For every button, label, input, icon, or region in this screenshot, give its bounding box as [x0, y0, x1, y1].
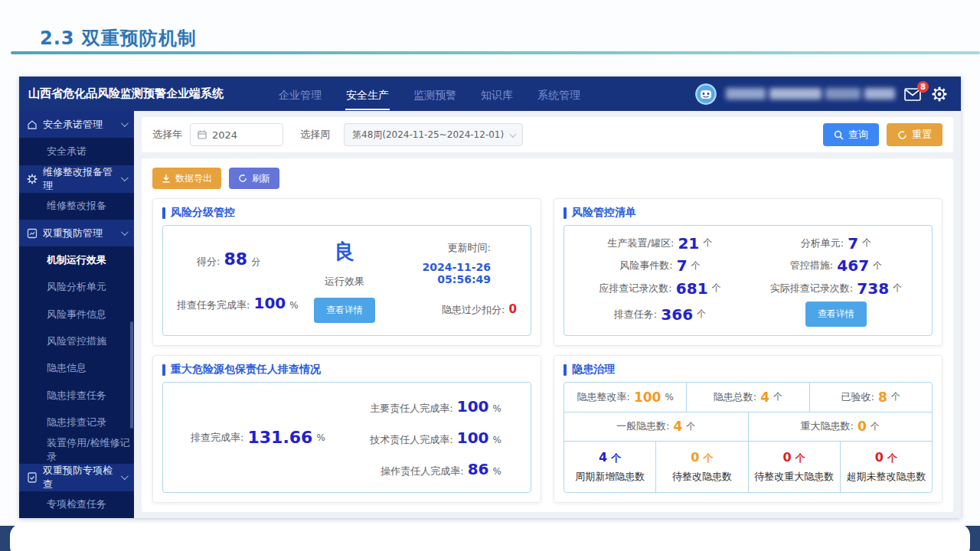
- report-icon: [27, 228, 38, 239]
- year-input[interactable]: 2024: [190, 123, 283, 146]
- sidebar-item-label: 双重预防管理: [43, 227, 103, 240]
- app-title: 山西省危化品风险监测预警企业端系统: [19, 86, 278, 101]
- week-select[interactable]: 第48周(2024-11-25~2024-12-01): [344, 123, 523, 146]
- panel-accent-bar: [564, 364, 567, 376]
- panel-risk-control-list: 风险管控清单 生产装置/罐区: 21 个 分析单元: 7 个: [554, 198, 942, 346]
- hazard-general-count: 一般隐患数: 4 个: [564, 412, 749, 442]
- top-nav: 企业管理 安全生产 监测预警 知识库 系统管理: [278, 77, 581, 110]
- sidebar-item-label: 安全承诺管理: [43, 118, 103, 132]
- update-time-block: 更新时间: 2024-11-26 05:56:49: [390, 241, 517, 285]
- sidebar-item-label: 维修整改报备管理: [43, 165, 116, 193]
- sidebar-item-hazard-info[interactable]: 隐患信息: [19, 355, 134, 382]
- gear-icon: [27, 174, 38, 184]
- refresh-button[interactable]: 刷新: [229, 168, 279, 189]
- panel-title: 风险管控清单: [572, 206, 636, 220]
- calendar-icon: [198, 130, 207, 139]
- mail-icon[interactable]: 8: [904, 86, 923, 103]
- panel-hazard-treatment: 隐患治理 隐患整改率: 100 % 隐患总数: 4 个: [554, 355, 942, 503]
- hazard-major-count: 重大隐患数: 0 个: [749, 412, 933, 442]
- hazard-pending-major-rectify: 0 个 待整改重大隐患数: [749, 442, 841, 492]
- stat-production-units: 生产装置/罐区: 21 个: [572, 234, 748, 253]
- slide-title: 2.3 双重预防机制: [40, 26, 197, 51]
- home-icon: [27, 119, 38, 130]
- stat-inspection-tasks: 排查任务: 366 个: [572, 302, 748, 327]
- tech-responsible-rate: 技术责任人完成率: 100 %: [370, 429, 501, 447]
- query-button[interactable]: 查询: [823, 123, 879, 146]
- view-detail-button[interactable]: 查看详情: [805, 302, 867, 327]
- year-value: 2024: [212, 129, 237, 141]
- sidebar: 安全承诺管理 安全承诺 维修整改报备管理: [19, 111, 134, 518]
- title-underline: [11, 51, 980, 54]
- reset-button[interactable]: 重置: [887, 123, 942, 146]
- hazard-total: 隐患总数: 4 个: [687, 383, 809, 412]
- data-export-button[interactable]: 数据导出: [152, 168, 221, 189]
- sidebar-item-mechanism-effect[interactable]: 机制运行效果: [19, 246, 134, 273]
- settings-gear-icon[interactable]: [932, 86, 947, 102]
- hazard-pending-rectify: 0 个 待整改隐患数: [656, 442, 748, 492]
- score-stat: 得分: 88 分: [177, 249, 299, 269]
- mail-badge: 8: [917, 81, 929, 93]
- panel-title: 重大危险源包保责任人排查情况: [171, 363, 321, 377]
- app-window: 山西省危化品风险监测预警企业端系统 企业管理 安全生产 监测预警 知识库 系统管…: [19, 77, 961, 518]
- grade-value: 良: [334, 238, 354, 266]
- grade-caption: 运行效果: [325, 275, 364, 289]
- panel-responsible-inspection: 重大危险源包保责任人排查情况 排查完成率: 131.66 % 主要责任人完成率:…: [152, 355, 541, 503]
- toolbar: 数据导出 刷新: [152, 168, 942, 189]
- hazard-new-in-period: 4 个 周期新增隐患数: [564, 442, 656, 492]
- panel-risk-grading: 风险分级管控 得分: 88 分 排查任务完成率:: [152, 198, 541, 346]
- view-detail-button[interactable]: 查看详情: [314, 298, 375, 323]
- task-rate-stat: 排查任务完成率: 100 %: [177, 294, 299, 312]
- year-label: 选择年: [152, 128, 182, 142]
- sidebar-item-hazard-inspection-record[interactable]: 隐患排查记录: [19, 409, 134, 435]
- sidebar-item-device-shutdown-record[interactable]: 装置停用/检维修记录: [19, 436, 134, 464]
- doc-check-icon: [27, 472, 38, 483]
- chevron-down-icon: [121, 472, 129, 480]
- chevron-down-icon: [121, 119, 129, 127]
- stat-required-records: 应排查记录次数: 681 个: [572, 279, 748, 298]
- deduct-stat: 隐患过少扣分: 0: [442, 302, 517, 317]
- sidebar-item-safety-commitment-mgmt[interactable]: 安全承诺管理: [19, 111, 134, 138]
- sidebar-item-label: 双重预防专项检查: [43, 464, 116, 491]
- panel-accent-bar: [564, 207, 567, 219]
- operator-responsible-rate: 操作责任人完成率: 86 %: [381, 460, 501, 478]
- chevron-down-icon: [509, 130, 517, 138]
- panel-accent-bar: [162, 207, 165, 219]
- sidebar-item-special-check-task[interactable]: 专项检查任务: [19, 491, 134, 518]
- nav-system-management[interactable]: 系统管理: [537, 77, 581, 110]
- user-avatar-icon[interactable]: [695, 83, 717, 105]
- hazard-accepted: 已验收: 8 个: [810, 383, 932, 412]
- nav-safety-production[interactable]: 安全生产: [345, 77, 390, 110]
- header-right: 8: [695, 83, 961, 105]
- panel-title: 风险分级管控: [171, 206, 235, 220]
- sidebar-item-repair-report-mgmt[interactable]: 维修整改报备管理: [19, 165, 134, 193]
- nav-enterprise[interactable]: 企业管理: [278, 77, 322, 110]
- stat-analysis-units: 分析单元: 7 个: [748, 234, 924, 253]
- sidebar-item-hazard-inspection-task[interactable]: 隐患排查任务: [19, 382, 134, 409]
- hazard-overdue: 0 个 超期未整改隐患数: [841, 442, 932, 492]
- sidebar-item-safety-commitment[interactable]: 安全承诺: [19, 138, 134, 165]
- filter-bar: 选择年 2024 选择周 第48周(2024-11-25~2024-12-: [142, 117, 953, 152]
- week-value: 第48周(2024-11-25~2024-12-01): [352, 129, 504, 142]
- sidebar-item-dual-prevention-special-check[interactable]: 双重预防专项检查: [19, 464, 134, 491]
- slide-bottom-bar: [10, 523, 970, 551]
- sidebar-item-risk-analysis-unit[interactable]: 风险分析单元: [19, 274, 134, 301]
- hazard-rectify-rate: 隐患整改率: 100 %: [564, 383, 687, 412]
- main-content: 选择年 2024 选择周 第48周(2024-11-25~2024-12-: [134, 111, 961, 518]
- nav-monitoring-warning[interactable]: 监测预警: [413, 77, 457, 110]
- sidebar-scrollbar[interactable]: [130, 321, 133, 429]
- week-label: 选择周: [300, 128, 330, 142]
- chevron-down-icon: [121, 228, 129, 236]
- stat-actual-records: 实际排查记录次数: 738 个: [748, 279, 924, 298]
- user-name-redacted[interactable]: [726, 86, 895, 102]
- sidebar-item-risk-event-info[interactable]: 风险事件信息: [19, 301, 134, 328]
- chevron-down-icon: [121, 174, 129, 181]
- sidebar-item-risk-control-measures[interactable]: 风险管控措施: [19, 328, 134, 354]
- panel-title: 隐患治理: [572, 363, 615, 377]
- nav-knowledge-base[interactable]: 知识库: [480, 77, 514, 110]
- sidebar-item-dual-prevention-mgmt[interactable]: 双重预防管理: [19, 220, 134, 246]
- main-responsible-rate: 主要责任人完成率: 100 %: [370, 397, 501, 416]
- overall-rate-stat: 排查完成率: 131.66 %: [181, 390, 335, 484]
- sidebar-item-repair-report[interactable]: 维修整改报备: [19, 193, 134, 220]
- panel-accent-bar: [162, 364, 165, 376]
- stat-control-measures: 管控措施: 467 个: [748, 256, 924, 275]
